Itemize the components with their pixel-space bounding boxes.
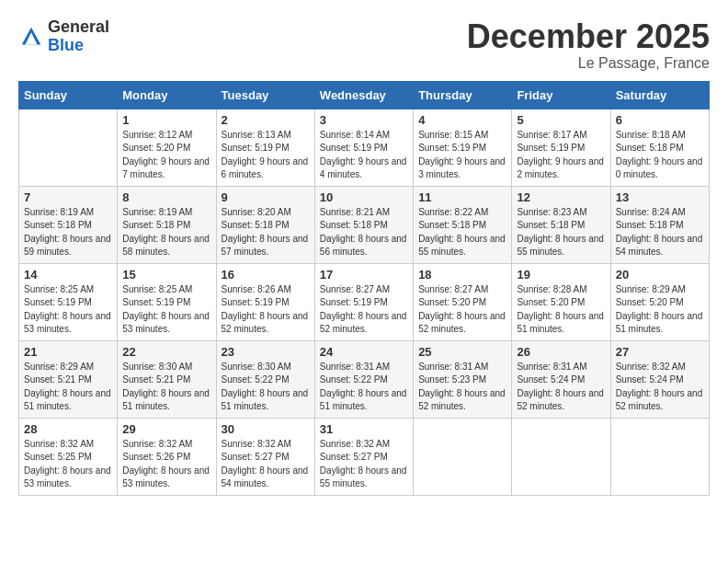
day-info: Sunrise: 8:28 AMSunset: 5:20 PMDaylight:… [517, 284, 604, 335]
calendar-cell: 24 Sunrise: 8:31 AMSunset: 5:22 PMDaylig… [314, 340, 413, 418]
day-info: Sunrise: 8:32 AMSunset: 5:24 PMDaylight:… [616, 362, 703, 412]
calendar-cell: 22 Sunrise: 8:30 AMSunset: 5:21 PMDaylig… [118, 340, 216, 418]
day-info: Sunrise: 8:19 AMSunset: 5:18 PMDaylight:… [24, 207, 111, 258]
calendar-cell: 15 Sunrise: 8:25 AMSunset: 5:19 PMDaylig… [118, 263, 216, 340]
day-number: 7 [24, 190, 112, 204]
calendar: Sunday Monday Tuesday Wednesday Thursday… [18, 81, 710, 496]
logo: General Blue [18, 18, 109, 55]
calendar-cell: 12 Sunrise: 8:23 AMSunset: 5:18 PMDaylig… [512, 186, 610, 263]
calendar-cell: 2 Sunrise: 8:13 AMSunset: 5:19 PMDayligh… [216, 109, 314, 186]
day-number: 14 [24, 268, 112, 282]
calendar-cell: 4 Sunrise: 8:15 AMSunset: 5:19 PMDayligh… [414, 109, 512, 186]
calendar-cell [512, 418, 610, 495]
calendar-week-row: 28 Sunrise: 8:32 AMSunset: 5:25 PMDaylig… [19, 418, 710, 495]
day-number: 8 [122, 190, 210, 204]
calendar-cell: 17 Sunrise: 8:27 AMSunset: 5:19 PMDaylig… [314, 263, 413, 340]
day-info: Sunrise: 8:17 AMSunset: 5:19 PMDaylight:… [517, 130, 604, 180]
day-number: 5 [517, 113, 605, 127]
day-info: Sunrise: 8:32 AMSunset: 5:27 PMDaylight:… [222, 439, 309, 489]
calendar-cell: 7 Sunrise: 8:19 AMSunset: 5:18 PMDayligh… [19, 186, 118, 263]
day-info: Sunrise: 8:12 AMSunset: 5:20 PMDaylight:… [122, 130, 210, 180]
calendar-cell: 29 Sunrise: 8:32 AMSunset: 5:26 PMDaylig… [118, 418, 216, 495]
day-number: 9 [222, 190, 310, 204]
col-friday: Friday [512, 81, 610, 109]
calendar-cell: 3 Sunrise: 8:14 AMSunset: 5:19 PMDayligh… [314, 109, 413, 186]
calendar-cell: 13 Sunrise: 8:24 AMSunset: 5:18 PMDaylig… [610, 186, 709, 263]
day-info: Sunrise: 8:31 AMSunset: 5:22 PMDaylight:… [320, 362, 407, 412]
calendar-week-row: 7 Sunrise: 8:19 AMSunset: 5:18 PMDayligh… [19, 186, 710, 263]
calendar-cell: 27 Sunrise: 8:32 AMSunset: 5:24 PMDaylig… [610, 340, 709, 418]
col-monday: Monday [118, 81, 216, 109]
day-info: Sunrise: 8:18 AMSunset: 5:18 PMDaylight:… [616, 130, 703, 180]
calendar-week-row: 14 Sunrise: 8:25 AMSunset: 5:19 PMDaylig… [19, 263, 710, 340]
day-number: 25 [418, 345, 506, 359]
day-number: 16 [222, 268, 310, 282]
header-row: Sunday Monday Tuesday Wednesday Thursday… [19, 81, 710, 109]
day-number: 22 [122, 345, 210, 359]
day-number: 4 [418, 113, 506, 127]
title-area: December 2025 Le Passage, France [467, 18, 710, 72]
calendar-cell [610, 418, 709, 495]
calendar-cell: 14 Sunrise: 8:25 AMSunset: 5:19 PMDaylig… [19, 263, 118, 340]
day-number: 21 [24, 345, 112, 359]
day-number: 10 [320, 190, 408, 204]
day-info: Sunrise: 8:30 AMSunset: 5:21 PMDaylight:… [122, 362, 210, 412]
month-title: December 2025 [467, 18, 710, 55]
day-info: Sunrise: 8:27 AMSunset: 5:20 PMDaylight:… [418, 284, 506, 335]
day-number: 12 [517, 190, 605, 204]
day-info: Sunrise: 8:19 AMSunset: 5:18 PMDaylight:… [122, 207, 210, 258]
day-number: 20 [616, 268, 704, 282]
calendar-cell: 11 Sunrise: 8:22 AMSunset: 5:18 PMDaylig… [414, 186, 512, 263]
calendar-cell: 30 Sunrise: 8:32 AMSunset: 5:27 PMDaylig… [216, 418, 314, 495]
day-info: Sunrise: 8:20 AMSunset: 5:18 PMDaylight:… [222, 207, 309, 258]
day-number: 27 [616, 345, 704, 359]
day-info: Sunrise: 8:27 AMSunset: 5:19 PMDaylight:… [320, 284, 407, 335]
calendar-cell: 23 Sunrise: 8:30 AMSunset: 5:22 PMDaylig… [216, 340, 314, 418]
day-info: Sunrise: 8:30 AMSunset: 5:22 PMDaylight:… [222, 362, 309, 412]
day-info: Sunrise: 8:15 AMSunset: 5:19 PMDaylight:… [418, 130, 506, 180]
calendar-cell [414, 418, 512, 495]
calendar-cell: 19 Sunrise: 8:28 AMSunset: 5:20 PMDaylig… [512, 263, 610, 340]
calendar-cell: 8 Sunrise: 8:19 AMSunset: 5:18 PMDayligh… [118, 186, 216, 263]
day-number: 19 [517, 268, 605, 282]
day-number: 31 [320, 422, 408, 436]
day-number: 30 [222, 422, 310, 436]
day-number: 15 [122, 268, 210, 282]
day-number: 2 [222, 113, 310, 127]
day-info: Sunrise: 8:31 AMSunset: 5:24 PMDaylight:… [517, 362, 604, 412]
calendar-cell: 31 Sunrise: 8:32 AMSunset: 5:27 PMDaylig… [314, 418, 413, 495]
day-info: Sunrise: 8:13 AMSunset: 5:19 PMDaylight:… [222, 130, 309, 180]
calendar-cell: 9 Sunrise: 8:20 AMSunset: 5:18 PMDayligh… [216, 186, 314, 263]
day-info: Sunrise: 8:22 AMSunset: 5:18 PMDaylight:… [418, 207, 506, 258]
day-info: Sunrise: 8:26 AMSunset: 5:19 PMDaylight:… [222, 284, 309, 335]
logo-general-text: General [48, 17, 109, 36]
calendar-cell: 21 Sunrise: 8:29 AMSunset: 5:21 PMDaylig… [19, 340, 118, 418]
day-info: Sunrise: 8:23 AMSunset: 5:18 PMDaylight:… [517, 207, 604, 258]
day-info: Sunrise: 8:25 AMSunset: 5:19 PMDaylight:… [24, 284, 111, 335]
day-info: Sunrise: 8:29 AMSunset: 5:20 PMDaylight:… [616, 284, 703, 335]
calendar-cell: 1 Sunrise: 8:12 AMSunset: 5:20 PMDayligh… [118, 109, 216, 186]
day-info: Sunrise: 8:21 AMSunset: 5:18 PMDaylight:… [320, 207, 407, 258]
day-number: 6 [616, 113, 704, 127]
col-thursday: Thursday [414, 81, 512, 109]
day-number: 18 [418, 268, 506, 282]
day-number: 13 [616, 190, 704, 204]
calendar-cell: 10 Sunrise: 8:21 AMSunset: 5:18 PMDaylig… [314, 186, 413, 263]
col-wednesday: Wednesday [314, 81, 413, 109]
col-tuesday: Tuesday [216, 81, 314, 109]
calendar-week-row: 21 Sunrise: 8:29 AMSunset: 5:21 PMDaylig… [19, 340, 710, 418]
day-number: 23 [222, 345, 310, 359]
day-info: Sunrise: 8:14 AMSunset: 5:19 PMDaylight:… [320, 130, 407, 180]
day-number: 17 [320, 268, 408, 282]
day-number: 26 [517, 345, 605, 359]
page-header: General Blue December 2025 Le Passage, F… [18, 18, 710, 72]
location: Le Passage, France [467, 55, 710, 72]
day-info: Sunrise: 8:24 AMSunset: 5:18 PMDaylight:… [616, 207, 703, 258]
day-number: 3 [320, 113, 408, 127]
day-info: Sunrise: 8:32 AMSunset: 5:26 PMDaylight:… [122, 439, 210, 489]
logo-icon [18, 24, 44, 50]
day-number: 11 [418, 190, 506, 204]
day-info: Sunrise: 8:32 AMSunset: 5:27 PMDaylight:… [320, 439, 407, 489]
day-number: 29 [122, 422, 210, 436]
calendar-cell [19, 109, 118, 186]
